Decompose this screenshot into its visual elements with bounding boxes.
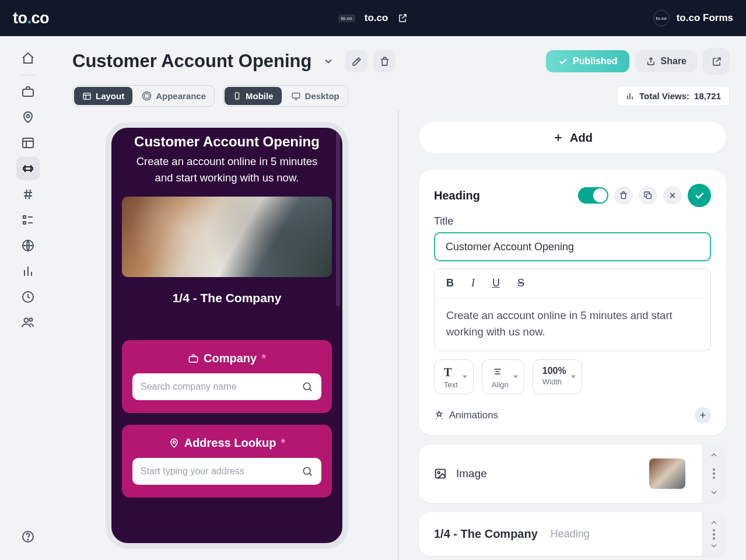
open-external-button[interactable] xyxy=(703,48,730,75)
svg-rect-21 xyxy=(646,194,651,198)
preview-pane: Customer Account Opening Create an accou… xyxy=(56,110,399,560)
rt-toolbar: B I U S xyxy=(435,269,710,298)
svg-point-23 xyxy=(437,471,440,474)
prop-text[interactable]: T Text xyxy=(434,359,474,394)
svg-rect-5 xyxy=(23,222,26,224)
prop-text-label: Text xyxy=(444,380,458,389)
address-label: Address Lookup xyxy=(184,436,276,450)
nav-location[interactable] xyxy=(16,106,40,129)
nav-forms[interactable] xyxy=(16,157,40,180)
nav-briefcase[interactable] xyxy=(16,80,40,103)
nav-list[interactable] xyxy=(16,208,40,232)
svg-point-9 xyxy=(30,318,33,321)
add-label: Add xyxy=(570,131,593,145)
prop-align-label: Align xyxy=(492,380,509,389)
preview-address-card: Address Lookup * Start typing your addre… xyxy=(122,425,332,498)
reorder-handle[interactable] xyxy=(702,512,726,556)
seg-desktop-label: Desktop xyxy=(305,91,339,101)
seg-mobile[interactable]: Mobile xyxy=(225,87,282,105)
brand-suffix: co xyxy=(31,9,50,27)
image-block-row[interactable]: Image xyxy=(419,444,726,503)
edit-button[interactable] xyxy=(345,50,367,72)
views-value: 18,721 xyxy=(694,91,721,101)
preview-image xyxy=(122,197,332,277)
nav-users[interactable] xyxy=(16,311,40,334)
richtext-body[interactable]: Create an account online in 5 minutes an… xyxy=(435,298,710,351)
visibility-toggle[interactable] xyxy=(578,187,608,204)
panel-title: Heading xyxy=(434,189,480,202)
nav-home[interactable] xyxy=(16,47,40,70)
topbar: to.co to.co to.co to.co to.co Forms xyxy=(0,0,746,36)
title-input[interactable] xyxy=(434,232,711,261)
svg-point-20 xyxy=(303,467,310,474)
panel-duplicate-button[interactable] xyxy=(639,186,657,205)
address-input[interactable]: Start typing your address xyxy=(132,458,321,485)
segment-device: Mobile Desktop xyxy=(223,85,348,107)
phone-preview: Customer Account Opening Create an accou… xyxy=(106,122,348,549)
richtext-box: B I U S Create an account online in 5 mi… xyxy=(434,268,711,351)
animations-label: Animations xyxy=(449,410,498,421)
nav-analytics[interactable] xyxy=(16,260,40,283)
align-icon xyxy=(492,366,509,379)
nav-help[interactable] xyxy=(16,525,40,548)
prop-width[interactable]: 100% Width xyxy=(533,359,582,394)
svg-rect-16 xyxy=(292,93,300,99)
preview-scrollbar[interactable] xyxy=(336,130,340,541)
toolbar: Customer Account Opening Published Share xyxy=(56,36,746,110)
share-button[interactable]: Share xyxy=(635,50,697,72)
svg-point-8 xyxy=(24,318,29,323)
company-label: Company xyxy=(204,352,257,365)
svg-point-19 xyxy=(173,440,175,443)
nav-layout[interactable] xyxy=(16,131,40,155)
underline-button[interactable]: U xyxy=(492,277,500,289)
nav-globe[interactable] xyxy=(16,234,40,257)
preview-company-card: Company * Search company name xyxy=(122,340,332,413)
prop-align[interactable]: Align xyxy=(482,359,524,394)
panel-close-button[interactable] xyxy=(663,186,682,205)
topbar-center: to.co to.co xyxy=(338,12,408,24)
image-row-label: Image xyxy=(456,467,487,480)
panel-confirm-button[interactable] xyxy=(688,184,711,207)
title-field-label: Title xyxy=(434,215,711,228)
add-button[interactable]: Add xyxy=(419,122,726,153)
bold-button[interactable]: B xyxy=(446,277,454,289)
external-link-icon[interactable] xyxy=(397,13,408,23)
section-block-row[interactable]: 1/4 - The Company Heading xyxy=(419,512,726,556)
company-placeholder: Search company name xyxy=(141,382,302,392)
more-icon[interactable] xyxy=(713,467,715,481)
text-icon: T xyxy=(444,366,458,379)
required-icon: * xyxy=(281,436,286,450)
section-row-title: 1/4 - The Company xyxy=(434,527,538,541)
svg-point-13 xyxy=(144,93,149,99)
address-placeholder: Start typing your address xyxy=(141,466,302,477)
reorder-handle[interactable] xyxy=(702,444,726,503)
seg-desktop[interactable]: Desktop xyxy=(283,86,348,106)
company-search-input[interactable]: Search company name xyxy=(132,373,321,400)
nav-history[interactable] xyxy=(16,285,40,309)
chevron-down-icon[interactable] xyxy=(317,50,339,72)
left-rail xyxy=(0,36,56,560)
animations-row[interactable]: Animations + xyxy=(434,407,711,424)
app-name[interactable]: to.co Forms xyxy=(677,12,733,24)
italic-button[interactable]: I xyxy=(471,277,475,289)
add-animation-button[interactable]: + xyxy=(695,407,711,424)
published-button[interactable]: Published xyxy=(546,50,629,72)
seg-layout[interactable]: Layout xyxy=(74,87,132,105)
svg-rect-22 xyxy=(436,470,446,478)
scroll-thumb[interactable] xyxy=(336,131,340,306)
seg-appearance-label: Appearance xyxy=(156,91,206,101)
views-chip: Total Views: 18,721 xyxy=(617,86,730,106)
mini-badge: to.co xyxy=(338,15,355,22)
prop-width-label: Width xyxy=(542,377,566,386)
seg-appearance[interactable]: Appearance xyxy=(134,86,214,106)
svg-rect-2 xyxy=(23,138,33,148)
product-name: to.co xyxy=(365,12,388,24)
svg-rect-4 xyxy=(23,216,26,218)
svg-rect-17 xyxy=(189,356,197,362)
delete-button[interactable] xyxy=(373,50,395,72)
brand-logo: to.co xyxy=(13,9,49,27)
more-icon[interactable] xyxy=(713,527,715,541)
panel-delete-button[interactable] xyxy=(614,186,633,205)
nav-hash[interactable] xyxy=(16,183,40,206)
strike-button[interactable]: S xyxy=(517,277,524,289)
